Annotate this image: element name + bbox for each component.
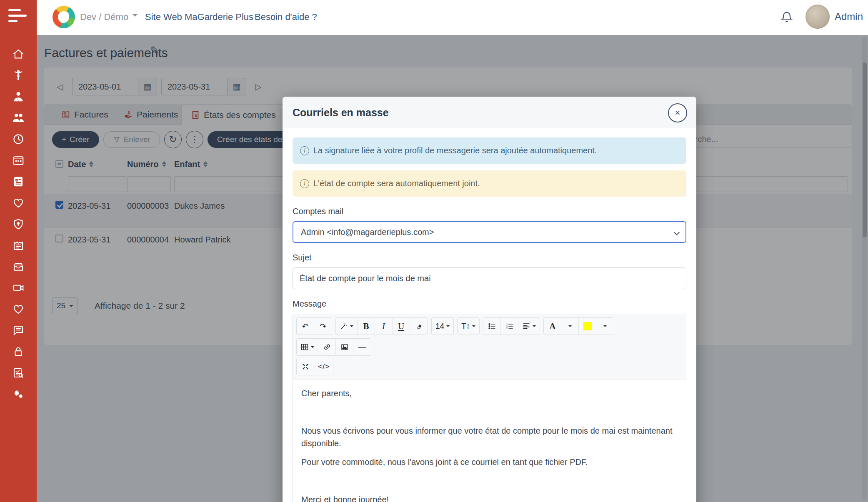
- sidebar-item-security[interactable]: [8, 217, 28, 232]
- message-label: Message: [293, 299, 686, 309]
- link-website[interactable]: Site Web MaGarderie Plus: [145, 12, 253, 22]
- chat-icon: [12, 324, 25, 337]
- info-icon: i: [300, 146, 309, 155]
- align-icon: [522, 322, 530, 330]
- font-size-select[interactable]: 14: [432, 318, 453, 335]
- notifications-bell-icon[interactable]: [780, 10, 794, 25]
- sidebar-item-inbox[interactable]: [8, 259, 28, 274]
- accounts-label: Comptes mail: [293, 207, 686, 216]
- child-icon: [12, 69, 25, 82]
- subject-input[interactable]: [293, 267, 686, 289]
- italic-button[interactable]: I: [375, 318, 393, 335]
- hr-icon: —: [358, 342, 366, 352]
- sidebar-item-families[interactable]: [8, 110, 28, 125]
- redo-icon: ↷: [320, 322, 326, 331]
- font-color-icon: A: [549, 321, 555, 332]
- font-color-button[interactable]: A: [544, 318, 561, 335]
- app-logo[interactable]: [53, 6, 75, 28]
- fullscreen-icon: [301, 362, 310, 371]
- top-header: Dev / Démo Site Web MaGarderie Plus Beso…: [37, 0, 868, 35]
- ol-icon: [505, 322, 514, 330]
- modal-body: i La signature liée à votre profil de me…: [293, 128, 686, 502]
- info-alert: i La signature liée à votre profil de me…: [293, 137, 686, 164]
- shield-icon: [12, 218, 25, 230]
- gears-icon: [12, 388, 25, 400]
- chevron-down-icon: [674, 230, 680, 235]
- sidebar-item-activities[interactable]: [8, 302, 28, 317]
- user-avatar[interactable]: [805, 5, 830, 29]
- sidebar-item-schedule[interactable]: [8, 132, 28, 147]
- sidebar-item-messages[interactable]: [8, 323, 28, 338]
- subject-label: Sujet: [293, 253, 686, 262]
- message-line: Merci et bonne journée!: [301, 493, 678, 502]
- sidebar-item-health[interactable]: [8, 195, 28, 210]
- insert-link-button[interactable]: [318, 339, 336, 355]
- style-magic-button[interactable]: [336, 318, 358, 335]
- heart-icon: [12, 197, 25, 209]
- highlight-color-dropdown[interactable]: [596, 318, 614, 335]
- sidebar-item-calendar[interactable]: [8, 153, 28, 168]
- sidebar-item-reports[interactable]: [8, 365, 28, 380]
- insert-picture-button[interactable]: [336, 339, 353, 355]
- insert-table-button[interactable]: [297, 339, 318, 355]
- code-view-button[interactable]: </>: [314, 358, 333, 375]
- heart2-icon: [12, 303, 25, 315]
- close-button[interactable]: ×: [668, 103, 687, 122]
- modal-header: Courriels en masse ×: [283, 97, 696, 128]
- user-name[interactable]: Admin: [835, 11, 863, 22]
- unordered-list-button[interactable]: [483, 318, 501, 335]
- clock-icon: [12, 133, 25, 145]
- redo-button[interactable]: ↷: [314, 318, 332, 335]
- sidebar-item-educators[interactable]: [8, 89, 28, 104]
- sidebar-item-video[interactable]: [8, 280, 28, 295]
- ordered-list-button[interactable]: [501, 318, 518, 335]
- news-icon: [12, 239, 25, 252]
- message-editable-area[interactable]: Cher parents, Nous vous écrivons pour vo…: [293, 380, 686, 502]
- sidebar-item-permissions[interactable]: [8, 344, 28, 359]
- sidebar-item-documents[interactable]: [8, 238, 28, 253]
- warning-alert-text: L'état de compte sera automatiquement jo…: [313, 179, 480, 188]
- fullscreen-button[interactable]: [297, 358, 314, 375]
- sidebar-item-children[interactable]: [8, 68, 28, 83]
- line-height-button[interactable]: T↕: [458, 318, 479, 335]
- info-alert-text: La signature liée à votre profil de mess…: [313, 146, 597, 155]
- educator-icon: [12, 90, 25, 103]
- font-color-dropdown[interactable]: [561, 318, 579, 335]
- undo-icon: ↶: [302, 322, 309, 331]
- main-content: Factures et paiements ✎ ◁ ▦ ▦ ▷ Factures: [37, 35, 868, 502]
- highlight-swatch-yellow: [583, 322, 592, 330]
- underline-button[interactable]: U: [393, 318, 410, 335]
- editor-toolbar: ↶ ↷ B I U 14: [293, 314, 686, 379]
- close-icon: ×: [675, 107, 680, 118]
- bold-button[interactable]: B: [358, 318, 375, 335]
- ul-icon: [488, 322, 496, 330]
- menu-toggle-icon[interactable]: [8, 9, 28, 26]
- paragraph-align-button[interactable]: [518, 318, 540, 335]
- people-icon: [12, 112, 25, 124]
- sidebar-item-home[interactable]: [8, 47, 28, 62]
- undo-button[interactable]: ↶: [297, 318, 314, 335]
- video-camera-icon: [12, 282, 25, 294]
- code-view-icon: </>: [318, 362, 329, 371]
- picture-icon: [340, 343, 349, 351]
- warning-alert: i L'état de compte sera automatiquement …: [293, 170, 686, 197]
- message-line: Cher parents,: [301, 387, 678, 400]
- message-line: Nous vous écrivons pour vous informer qu…: [301, 425, 678, 450]
- highlight-color-button[interactable]: [579, 318, 596, 335]
- calendar-icon: [12, 154, 25, 167]
- chevron-down-icon: [133, 14, 138, 19]
- table-icon: [300, 343, 309, 351]
- sidebar-item-settings[interactable]: [8, 387, 28, 402]
- insert-hr-button[interactable]: —: [353, 339, 371, 355]
- org-switcher[interactable]: Dev / Démo: [80, 12, 138, 22]
- link-icon: [323, 343, 331, 351]
- invoice-icon-active: [12, 175, 25, 188]
- link-help[interactable]: Besoin d'aide ?: [255, 12, 317, 22]
- clear-format-button[interactable]: [410, 318, 428, 335]
- message-line: Pour votre commodité, nous l'avons joint…: [301, 456, 678, 468]
- inbox-icon: [12, 260, 25, 273]
- email-account-select[interactable]: Admin <info@magarderieplus.com>: [293, 221, 686, 243]
- rich-text-editor: ↶ ↷ B I U 14: [293, 314, 686, 502]
- modal-title: Courriels en masse: [293, 107, 389, 119]
- sidebar-item-billing[interactable]: [8, 174, 28, 189]
